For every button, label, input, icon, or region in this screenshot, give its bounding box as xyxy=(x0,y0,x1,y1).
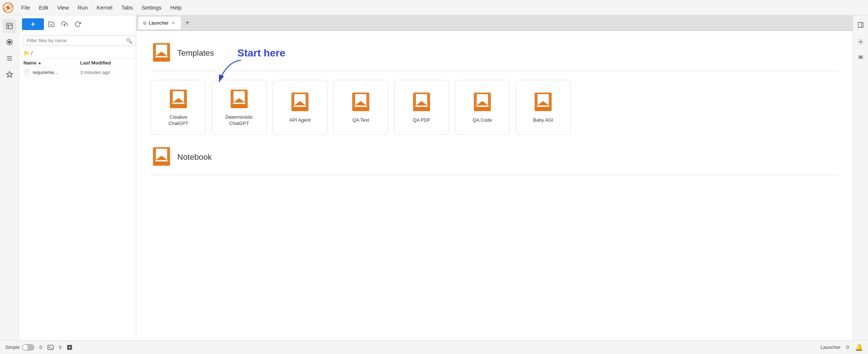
tab-close-button[interactable]: ✕ xyxy=(171,20,176,26)
notebook-bookmark-icon xyxy=(151,146,172,168)
template-card-api-agent[interactable]: API Agent xyxy=(272,80,327,135)
kernel-icon xyxy=(67,344,73,350)
notebook-section: Notebook xyxy=(151,146,838,175)
templates-title: Templates xyxy=(177,48,214,58)
card-label-6: Baby AGI xyxy=(533,117,553,123)
start-here-label: Start here xyxy=(237,47,285,59)
templates-section: Templates Start here xyxy=(151,42,838,135)
menu-kernel[interactable]: Kernel xyxy=(93,3,116,12)
file-name: requireme... xyxy=(33,70,80,75)
search-icon: 🔍 xyxy=(126,38,132,44)
card-icon-4 xyxy=(411,91,432,114)
card-icon-2 xyxy=(289,91,311,114)
file-panel-toolbar: + xyxy=(19,15,136,33)
status-count-2: 0 xyxy=(59,344,62,350)
notebook-title: Notebook xyxy=(177,152,212,162)
svg-point-5 xyxy=(8,41,11,44)
card-label-2: API Agent xyxy=(289,117,311,123)
card-icon-5 xyxy=(472,91,493,114)
folder-icon: 📁 xyxy=(23,50,30,56)
sort-asc-icon: ▲ xyxy=(38,61,41,65)
search-bar: 🔍 xyxy=(19,33,136,48)
start-here-annotation: Start here xyxy=(237,47,285,59)
svg-rect-3 xyxy=(7,23,12,29)
new-tab-button[interactable]: + xyxy=(182,18,192,28)
sidebar xyxy=(0,15,19,354)
svg-point-60 xyxy=(860,41,861,43)
tab-launcher-label: Launcher xyxy=(149,20,168,26)
card-icon-6 xyxy=(533,91,554,114)
right-panel-settings-btn[interactable] xyxy=(855,36,867,48)
refresh-button[interactable] xyxy=(72,18,84,30)
section-header-templates: Templates Start here xyxy=(151,42,838,64)
card-label-3: QA Text xyxy=(352,117,369,123)
templates-bookmark-icon xyxy=(151,42,172,64)
card-icon-3 xyxy=(350,91,371,114)
template-card-creative-chatgpt[interactable]: Creative ChatGPT xyxy=(151,80,206,135)
search-input[interactable] xyxy=(23,36,136,45)
sidebar-running-icon[interactable] xyxy=(3,35,16,49)
simple-toggle[interactable]: Simple xyxy=(5,344,34,351)
menu-tabs[interactable]: Tabs xyxy=(118,3,137,12)
template-card-qa-code[interactable]: QA Code xyxy=(455,80,510,135)
svg-point-62 xyxy=(860,57,861,58)
menu-edit[interactable]: Edit xyxy=(35,3,52,12)
card-label-4: QA PDF xyxy=(413,117,430,123)
menu-help[interactable]: Help xyxy=(167,3,185,12)
sidebar-files-icon[interactable] xyxy=(3,19,16,33)
templates-divider xyxy=(151,71,838,71)
tab-launcher[interactable]: ⧉ Launcher ✕ xyxy=(138,16,181,29)
section-header-notebook: Notebook xyxy=(151,146,838,168)
new-folder-button[interactable] xyxy=(45,18,57,30)
breadcrumb: 📁 / xyxy=(19,48,136,59)
file-icon: 📄 xyxy=(23,69,30,75)
template-card-baby-agi[interactable]: Baby AGI xyxy=(516,80,571,135)
menu-settings[interactable]: Settings xyxy=(138,3,165,12)
right-panel-debug-btn[interactable] xyxy=(855,51,867,63)
status-right: Launcher 0 🔔 xyxy=(821,343,863,351)
status-count-1: 0 xyxy=(40,344,42,350)
tab-bar: ⧉ Launcher ✕ + xyxy=(136,15,853,31)
status-right-count: 0 xyxy=(846,344,849,350)
tab-area: ⧉ Launcher ✕ + xyxy=(136,15,853,354)
notebook-divider xyxy=(151,175,838,175)
column-name[interactable]: Name ▲ xyxy=(23,60,80,66)
svg-rect-63 xyxy=(48,345,53,350)
card-label-5: QA Code xyxy=(473,117,492,123)
svg-rect-58 xyxy=(858,22,863,27)
template-card-qa-pdf[interactable]: QA PDF xyxy=(394,80,449,135)
plus-icon: + xyxy=(31,20,35,29)
file-modified: 3 minutes ago xyxy=(80,70,131,75)
templates-grid: Creative ChatGPT xyxy=(151,80,838,135)
simple-label: Simple xyxy=(5,344,20,350)
status-bar: Simple 0 0 Launcher 0 🔔 xyxy=(0,340,868,354)
notification-bell[interactable]: 🔔 xyxy=(855,343,863,351)
template-card-qa-text[interactable]: QA Text xyxy=(333,80,388,135)
toggle-track[interactable] xyxy=(22,344,34,351)
menu-view[interactable]: View xyxy=(53,3,73,12)
card-icon-0 xyxy=(168,88,189,111)
file-panel: + 🔍 📁 / xyxy=(19,15,136,354)
app-logo xyxy=(3,3,13,13)
card-label-1: Deterministic ChatGPT xyxy=(225,114,253,127)
sidebar-extensions-icon[interactable] xyxy=(3,67,16,81)
right-panel-expand-btn[interactable] xyxy=(855,19,867,31)
launcher-content: Templates Start here xyxy=(136,31,853,354)
column-modified[interactable]: Last Modified xyxy=(80,60,131,66)
file-list-header: Name ▲ Last Modified xyxy=(19,59,136,67)
terminal-icon xyxy=(47,344,54,351)
card-label-0: Creative ChatGPT xyxy=(168,114,188,127)
upload-button[interactable] xyxy=(59,18,70,30)
toggle-knob xyxy=(23,345,28,350)
right-panel xyxy=(853,15,868,354)
new-launcher-button[interactable]: + xyxy=(22,18,44,30)
template-card-deterministic-chatgpt[interactable]: Deterministic ChatGPT xyxy=(212,80,267,135)
status-right-label: Launcher xyxy=(821,344,841,350)
menu-run[interactable]: Run xyxy=(74,3,92,12)
sidebar-toc-icon[interactable] xyxy=(3,51,16,65)
menubar: File Edit View Run Kernel Tabs Settings … xyxy=(0,0,868,15)
menu-file[interactable]: File xyxy=(18,3,34,12)
file-row[interactable]: 📄 requireme... 3 minutes ago xyxy=(19,67,136,77)
card-icon-1 xyxy=(229,88,250,111)
tab-launcher-icon: ⧉ xyxy=(143,21,146,26)
